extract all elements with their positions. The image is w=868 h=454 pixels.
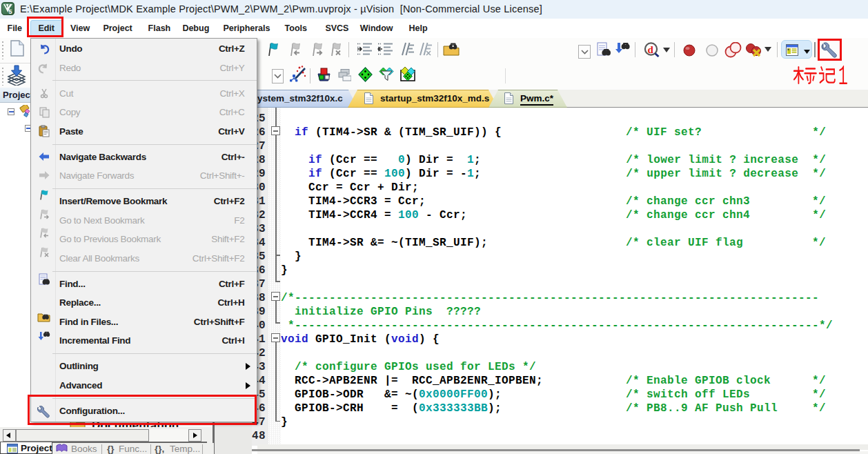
svg-text:5: 5 (9, 8, 12, 15)
svg-text:d: d (648, 44, 654, 55)
